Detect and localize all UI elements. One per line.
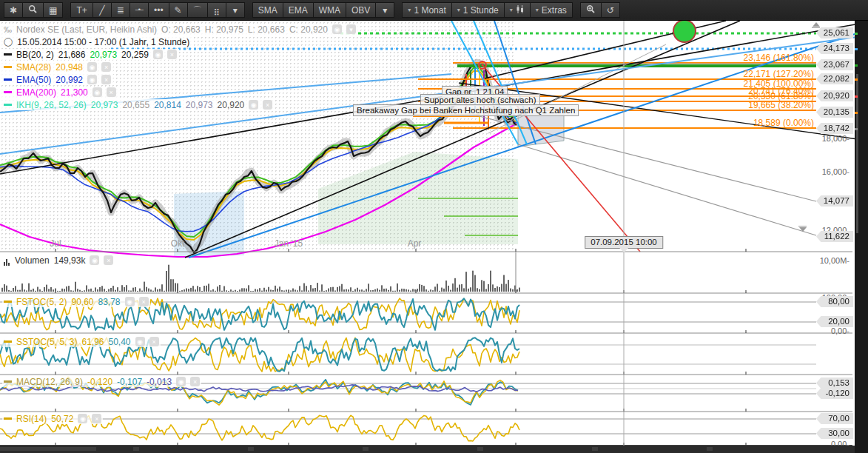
chevron-down-icon[interactable]: ▾ bbox=[346, 24, 356, 34]
indicator-settings-icon[interactable]: ◉ bbox=[87, 62, 97, 72]
magnifier-icon bbox=[28, 4, 38, 16]
volume-legend: Volumen 149,93k ◉ × bbox=[2, 255, 115, 266]
volume-label: Volumen bbox=[15, 255, 50, 266]
scroll-up-marker[interactable] bbox=[812, 22, 820, 28]
trendline-tool-button[interactable]: ╱ bbox=[93, 2, 112, 18]
scroll-down-marker[interactable] bbox=[798, 226, 807, 232]
chevron-down-icon: ▾ bbox=[536, 7, 539, 13]
indicator-remove-icon[interactable]: × bbox=[104, 255, 113, 265]
toolbar: ✱▦T+╱≣–•–•••✎⌒⣶▾SMAEMAWMAOBV▾▾1 Monat▾1 … bbox=[0, 0, 868, 21]
date-axis-label: Apr bbox=[408, 238, 422, 249]
symbol-legend-row: ‰ Nordex SE (Last, EUR, Heikin Ashi) O: … bbox=[1, 24, 358, 35]
indicator-remove-icon[interactable]: × bbox=[149, 337, 159, 346]
indicator-settings-icon[interactable]: ◉ bbox=[249, 100, 258, 110]
price-tag: 22,082 bbox=[816, 73, 853, 84]
grid-icon: ▦ bbox=[49, 6, 57, 15]
indicator-remove-icon[interactable]: × bbox=[101, 75, 111, 84]
obv-button[interactable]: OBV bbox=[346, 2, 376, 18]
undo-icon: ↺ bbox=[607, 6, 614, 15]
fibonacci-tool-button[interactable]: ≣ bbox=[112, 2, 130, 18]
fibonacci-level-label: 19,665 (38.20%) bbox=[629, 100, 814, 110]
dots-icon: ••• bbox=[154, 6, 164, 15]
caret-icon: ▾ bbox=[383, 6, 387, 15]
bottom-navigator-bar[interactable] bbox=[0, 446, 868, 453]
pencil-tool-button[interactable]: ✎ bbox=[169, 2, 188, 18]
indicator-remove-icon[interactable]: × bbox=[101, 62, 111, 72]
time-range-row: ◯ 15.05.2014 15:00 - 17:00 (1 Jahr, 1 St… bbox=[1, 36, 192, 47]
price-tag: 20,135 bbox=[816, 107, 853, 118]
indicator-value: 21,686 bbox=[58, 50, 86, 60]
chart-annotation[interactable]: Breakaway Gap bei Banken Hochstufung nac… bbox=[353, 104, 579, 116]
more-indicators-button[interactable]: ▾ bbox=[376, 2, 394, 18]
indicator-settings-icon[interactable]: ◉ bbox=[153, 50, 163, 59]
chart-settings-icon[interactable]: ◉ bbox=[332, 24, 342, 34]
chevron-down-icon: ▾ bbox=[510, 7, 513, 13]
indicator-remove-icon[interactable]: × bbox=[92, 414, 101, 423]
search-button[interactable] bbox=[23, 2, 44, 18]
text-tool-button[interactable]: T+ bbox=[70, 2, 92, 18]
navigator-segment bbox=[477, 447, 483, 451]
indicator-color-dash bbox=[4, 78, 12, 81]
chart-type-button[interactable]: ▾ bbox=[505, 2, 531, 18]
indicator-settings-icon[interactable]: ◉ bbox=[90, 255, 99, 265]
panel-indicator-value: 50,40 bbox=[109, 337, 131, 347]
gear-icon: ✱ bbox=[10, 6, 17, 15]
trend-icon: ╱ bbox=[99, 6, 104, 15]
panel-indicator-value: 83,78 bbox=[98, 297, 121, 307]
indicator-value: 21,300 bbox=[61, 87, 88, 98]
range-select-button[interactable]: ▾1 Monat bbox=[402, 2, 451, 18]
wma-button[interactable]: WMA bbox=[314, 2, 346, 18]
zoom-in-button[interactable] bbox=[580, 2, 602, 18]
triangle-up-icon bbox=[813, 22, 820, 27]
axis-tick-label: 10,00M bbox=[813, 256, 850, 265]
arc-tool-button[interactable]: ⌒ bbox=[188, 2, 208, 18]
panel-indicator-value: -0,013 bbox=[147, 377, 172, 387]
right-scrollbar-track[interactable] bbox=[855, 21, 868, 453]
pencil-icon: ✎ bbox=[175, 6, 182, 15]
indicator-settings-icon[interactable]: ◉ bbox=[125, 297, 135, 306]
panel-indicator-name: MACD(12, 26, 9) bbox=[16, 377, 83, 387]
obv-button-label: OBV bbox=[351, 5, 370, 16]
price-tag: 20,920 bbox=[816, 90, 853, 101]
navigator-segment bbox=[0, 447, 96, 451]
indicator-value: 20,814 bbox=[154, 100, 181, 110]
indicator-settings-icon[interactable]: ◉ bbox=[87, 75, 97, 84]
price-tag: -0,120 bbox=[816, 388, 853, 399]
dotted-line-tool-button[interactable]: ••• bbox=[149, 2, 169, 18]
indicator-remove-icon[interactable]: × bbox=[107, 87, 116, 97]
arc-icon: ⌒ bbox=[193, 6, 202, 15]
interval-select-button[interactable]: ▾1 Stunde bbox=[452, 2, 505, 18]
indicator-remove-icon[interactable]: × bbox=[167, 50, 177, 59]
settings-button[interactable]: ✱ bbox=[4, 2, 23, 18]
indicator-settings-icon[interactable]: ◉ bbox=[78, 414, 87, 423]
strip-level-tick bbox=[855, 33, 858, 35]
indicator-settings-icon[interactable]: ◉ bbox=[135, 337, 145, 346]
indicator-settings-icon[interactable]: ◉ bbox=[92, 87, 102, 97]
date-axis-label: Okt bbox=[171, 238, 185, 249]
scrollbar-thumb[interactable] bbox=[856, 74, 858, 233]
ema-button[interactable]: EMA bbox=[283, 2, 314, 18]
price-tag: 25,061 bbox=[816, 27, 853, 38]
layout-grid-button[interactable]: ▦ bbox=[44, 2, 63, 18]
price-tag: 30,00 bbox=[816, 428, 853, 439]
pattern-tool-button[interactable]: ⣶ bbox=[208, 2, 226, 18]
strip-level-tick bbox=[855, 128, 858, 130]
indicator-value: 20,973 bbox=[90, 50, 117, 60]
undo-button[interactable]: ↺ bbox=[602, 2, 620, 18]
open-value: O: 20,663 bbox=[161, 24, 201, 35]
sma-button[interactable]: SMA bbox=[252, 2, 283, 18]
extras-button[interactable]: ▾Extras bbox=[531, 2, 573, 18]
indicator-remove-icon[interactable]: × bbox=[263, 100, 272, 110]
pattern-icon: ⣶ bbox=[213, 6, 220, 15]
indicator-settings-icon[interactable]: ◉ bbox=[176, 377, 186, 386]
fstoc-legend: FSTOC(5, 2)90,6083,78◉× bbox=[2, 296, 150, 307]
strip-level-tick bbox=[855, 48, 858, 50]
interval-select-button-label: 1 Stunde bbox=[463, 5, 499, 16]
sstoc-legend: SSTOC(5, 5, 3)61,9650,40◉× bbox=[2, 336, 161, 347]
percent-icon: ‰ bbox=[4, 25, 12, 34]
indicator-remove-icon[interactable]: × bbox=[139, 297, 149, 306]
clock-icon: ◯ bbox=[4, 37, 13, 47]
horizontal-line-tool-button[interactable]: –•– bbox=[130, 2, 149, 18]
more-tools-button[interactable]: ▾ bbox=[226, 2, 245, 18]
indicator-remove-icon[interactable]: × bbox=[190, 377, 200, 386]
